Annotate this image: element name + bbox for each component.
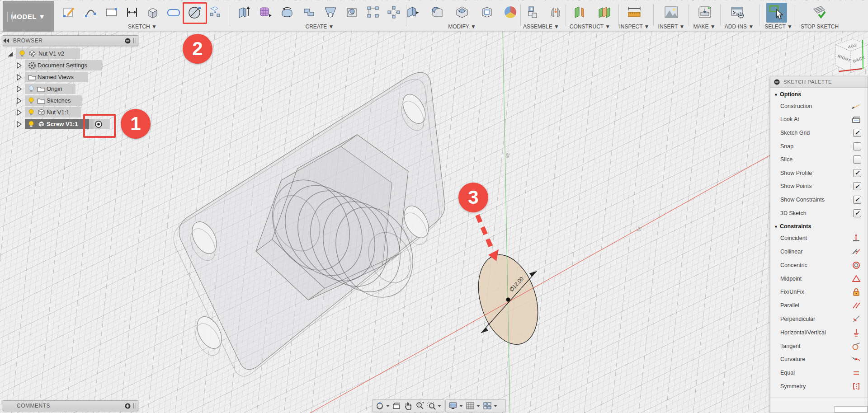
rectangular-pattern-icon[interactable] bbox=[364, 4, 382, 21]
lock-icon[interactable] bbox=[851, 287, 861, 297]
tree-item-named-views[interactable]: Named Views bbox=[25, 72, 88, 82]
perpendicular-icon[interactable] bbox=[851, 314, 861, 324]
slice-checkbox[interactable] bbox=[853, 155, 861, 164]
symmetry-icon[interactable] bbox=[851, 381, 861, 391]
collapsed-arrow-icon[interactable] bbox=[17, 121, 22, 127]
insert-image-icon[interactable] bbox=[663, 4, 680, 21]
constraint-fix-unfix[interactable]: Fix/UnFix bbox=[770, 286, 868, 299]
equal-icon[interactable] bbox=[851, 368, 861, 378]
sweep-icon[interactable] bbox=[300, 4, 317, 21]
display-dropdown-caret[interactable] bbox=[459, 405, 463, 407]
look-at-option-icon[interactable] bbox=[851, 114, 861, 124]
constraint-horizontal-vertical[interactable]: Horizontal/Vertical bbox=[770, 326, 868, 339]
workspace-switcher[interactable]: MODEL ▼ bbox=[3, 1, 54, 32]
option-row-3d-sketch[interactable]: 3D Sketch ✓ bbox=[770, 206, 868, 220]
extrude-icon[interactable] bbox=[235, 4, 252, 21]
snap-checkbox[interactable] bbox=[853, 142, 861, 150]
visibility-bulb-icon[interactable] bbox=[28, 109, 34, 116]
constraint-tangent[interactable]: Tangent bbox=[770, 339, 868, 353]
option-row-snap[interactable]: Snap bbox=[770, 140, 868, 153]
horizontal-vertical-icon[interactable] bbox=[851, 328, 861, 338]
browser-header[interactable]: BROWSER bbox=[3, 35, 138, 46]
panel-grip[interactable] bbox=[133, 403, 136, 408]
option-row-construction[interactable]: Construction bbox=[770, 99, 868, 113]
circular-pattern-icon[interactable] bbox=[385, 4, 402, 21]
make-3dprint-icon[interactable] bbox=[696, 4, 713, 21]
option-row-show-points[interactable]: Show Points ✓ bbox=[770, 180, 868, 193]
sketch-pattern-icon[interactable] bbox=[207, 4, 224, 21]
loft-icon[interactable] bbox=[322, 4, 339, 21]
add-comment-icon[interactable] bbox=[125, 403, 131, 409]
make-menu[interactable]: MAKE ▼ bbox=[693, 23, 715, 30]
grid-settings-icon[interactable] bbox=[464, 401, 476, 411]
constraint-collinear[interactable]: Collinear bbox=[770, 245, 868, 258]
constraint-concentric[interactable]: Concentric bbox=[770, 258, 868, 272]
create-sketch-icon[interactable] bbox=[61, 4, 78, 21]
slot-tool-icon[interactable] bbox=[165, 4, 182, 21]
collinear-icon[interactable] bbox=[851, 247, 861, 257]
visibility-bulb-off-icon[interactable] bbox=[28, 85, 34, 92]
inspect-menu[interactable]: INSPECT ▼ bbox=[619, 23, 649, 30]
tree-item-nut-body[interactable]: Nut V1:1 bbox=[25, 107, 81, 117]
constraint-symmetry[interactable]: Symmetry bbox=[770, 380, 868, 393]
construction-plane-icon[interactable] bbox=[571, 4, 589, 21]
option-row-show-constraints[interactable]: Show Constraints ✓ bbox=[770, 193, 868, 206]
form-icon[interactable] bbox=[257, 4, 274, 21]
palette-footer-button[interactable] bbox=[834, 406, 868, 413]
orbit-icon[interactable] bbox=[374, 401, 386, 411]
option-row-show-profile[interactable]: Show Profile ✓ bbox=[770, 166, 868, 180]
viewports-dropdown-caret[interactable] bbox=[494, 405, 497, 407]
zoom-dropdown-caret[interactable] bbox=[438, 405, 441, 407]
modify-menu[interactable]: MODIFY ▼ bbox=[448, 23, 476, 30]
option-row-sketch-grid[interactable]: Sketch Grid ✓ bbox=[770, 126, 868, 140]
construct-menu[interactable]: CONSTRUCT ▼ bbox=[570, 23, 610, 30]
minimize-palette-icon[interactable] bbox=[774, 79, 780, 85]
stop-sketch-button[interactable]: STOP SKETCH bbox=[801, 23, 839, 30]
tree-item-sketches[interactable]: Sketches bbox=[25, 95, 82, 106]
3d-scene[interactable]: 25 25 Ø12.00 RIGHT BACK TOP bbox=[0, 0, 868, 413]
parallel-icon[interactable] bbox=[851, 300, 861, 310]
collapse-panel-icon[interactable] bbox=[3, 38, 9, 43]
revolve-icon[interactable] bbox=[278, 4, 296, 21]
toolbar-grip[interactable] bbox=[7, 12, 13, 22]
visibility-bulb-icon[interactable] bbox=[19, 50, 25, 57]
curvature-icon[interactable] bbox=[851, 354, 861, 364]
arc-tool-icon[interactable] bbox=[82, 4, 99, 21]
constraint-perpendicular[interactable]: Perpendicular bbox=[770, 312, 868, 326]
viewports-icon[interactable] bbox=[481, 401, 493, 411]
addins-menu[interactable]: ADD-INS ▼ bbox=[725, 23, 754, 30]
minimize-panel-icon[interactable] bbox=[125, 38, 131, 44]
collapsed-arrow-icon[interactable] bbox=[17, 86, 22, 92]
look-at-icon[interactable] bbox=[391, 401, 403, 411]
constraint-equal[interactable]: Equal bbox=[770, 366, 868, 380]
select-tool-button[interactable] bbox=[766, 3, 787, 23]
project-tool-icon[interactable] bbox=[144, 4, 161, 21]
stop-sketch-icon[interactable] bbox=[811, 4, 828, 21]
option-row-slice[interactable]: Slice bbox=[770, 153, 868, 166]
concentric-icon[interactable] bbox=[851, 260, 861, 270]
fillet-icon[interactable] bbox=[429, 4, 446, 21]
display-settings-icon[interactable] bbox=[447, 401, 459, 411]
construction-line-icon[interactable] bbox=[851, 101, 861, 111]
addins-icon[interactable] bbox=[729, 4, 746, 21]
shell-icon[interactable] bbox=[478, 4, 495, 21]
new-component-icon[interactable] bbox=[524, 4, 541, 21]
sketch-center-point[interactable] bbox=[506, 298, 510, 302]
show-constraints-checkbox[interactable]: ✓ bbox=[853, 196, 861, 204]
press-pull-icon[interactable] bbox=[404, 4, 421, 21]
pan-icon[interactable] bbox=[402, 401, 414, 411]
zoom-icon[interactable] bbox=[414, 401, 426, 411]
comments-bar[interactable]: COMMENTS bbox=[3, 400, 138, 411]
coincident-icon[interactable] bbox=[851, 233, 861, 243]
measure-icon[interactable] bbox=[626, 4, 643, 21]
create-menu[interactable]: CREATE ▼ bbox=[306, 23, 334, 30]
hole-icon[interactable] bbox=[344, 4, 361, 21]
collapsed-arrow-icon[interactable] bbox=[17, 62, 22, 69]
collapsed-arrow-icon[interactable] bbox=[17, 98, 22, 104]
constraint-curvature[interactable]: Curvature bbox=[770, 353, 868, 366]
midpoint-icon[interactable] bbox=[851, 274, 861, 284]
zoom-window-icon[interactable] bbox=[425, 401, 437, 411]
constraint-midpoint[interactable]: Midpoint bbox=[770, 272, 868, 286]
insert-menu[interactable]: INSERT ▼ bbox=[658, 23, 685, 30]
constraint-parallel[interactable]: Parallel bbox=[770, 299, 868, 312]
